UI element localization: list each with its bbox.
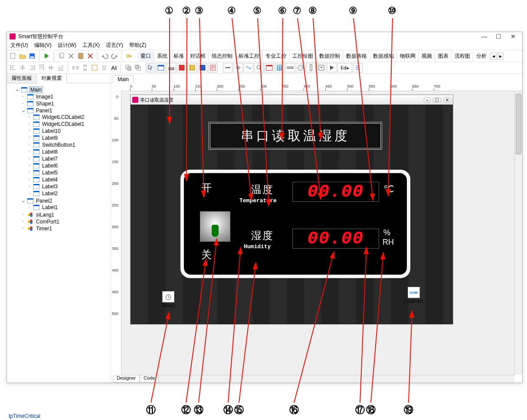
- window-close-button[interactable]: ✕: [507, 33, 520, 40]
- menu-item[interactable]: 帮助(Z): [129, 42, 146, 49]
- category-tab[interactable]: 物联网: [397, 52, 419, 61]
- tree-item[interactable]: Label10: [41, 128, 62, 134]
- align-bottom-icon[interactable]: [56, 63, 65, 72]
- align-right-icon[interactable]: [28, 63, 36, 72]
- tree-item[interactable]: Label6: [41, 163, 59, 169]
- category-tab[interactable]: 组态控制: [209, 52, 236, 61]
- align-middle-icon[interactable]: [47, 63, 56, 72]
- category-tab[interactable]: 数据控制: [317, 52, 343, 61]
- category-tab[interactable]: 标准工控: [236, 52, 262, 61]
- save-icon[interactable]: [28, 52, 36, 60]
- tray-timer[interactable]: Timer1: [162, 291, 175, 308]
- palette-window-icon[interactable]: [156, 63, 166, 72]
- tree-item[interactable]: Label5: [41, 170, 59, 176]
- text-tool-icon[interactable]: AI: [109, 63, 118, 72]
- menu-item[interactable]: 设计(W): [58, 42, 76, 49]
- palette-v-ruler-icon[interactable]: [306, 63, 316, 72]
- palette-edit-icon[interactable]: Edi▸: [337, 63, 352, 72]
- tab-scroll-left[interactable]: ◄: [491, 52, 497, 60]
- palette-tray-icon[interactable]: [167, 63, 176, 72]
- category-tab[interactable]: 专业工控: [263, 52, 289, 61]
- tree-item[interactable]: Label7: [41, 156, 59, 162]
- tree-item[interactable]: WidgetLCDLabel1: [41, 121, 85, 127]
- palette-splitbar-icon[interactable]: [223, 63, 232, 72]
- category-tab[interactable]: 数据感知: [370, 52, 397, 61]
- category-tab[interactable]: 标准: [171, 52, 187, 61]
- palette-note-icon[interactable]: [208, 63, 218, 72]
- bring-front-icon[interactable]: [124, 63, 133, 72]
- copy-icon[interactable]: [57, 52, 66, 60]
- tree-item[interactable]: WidgetLCDLabel2: [41, 114, 85, 120]
- menu-item[interactable]: 工具(X): [82, 42, 100, 49]
- palette-panel-red-icon[interactable]: [177, 63, 187, 72]
- tree-item[interactable]: Image1: [35, 94, 54, 100]
- menu-item[interactable]: 文件(U): [10, 42, 28, 49]
- palette-link-icon[interactable]: [244, 63, 253, 72]
- tree-item[interactable]: ComPort1: [35, 219, 60, 225]
- dist-v-icon[interactable]: [81, 63, 89, 72]
- readings-panel[interactable]: 开 关 温度 Temperature 00.00 ℃ 湿度 Humidity 0…: [180, 170, 410, 278]
- group-icon[interactable]: [90, 63, 99, 72]
- tree-item[interactable]: Label8: [41, 149, 59, 155]
- tree-item[interactable]: Panel1: [35, 108, 53, 114]
- dist-h-icon[interactable]: [71, 63, 80, 72]
- palette-form-icon[interactable]: [265, 63, 274, 72]
- category-tab[interactable]: 图表: [435, 52, 452, 61]
- palette-play-icon[interactable]: [327, 63, 337, 72]
- form-tab-main[interactable]: Main: [113, 75, 134, 83]
- palette-zoom-icon[interactable]: [254, 63, 264, 72]
- palette-list-icon[interactable]: [353, 63, 363, 72]
- category-tab[interactable]: 视频: [419, 52, 435, 61]
- category-tab[interactable]: 系统: [154, 52, 170, 61]
- form-max-icon[interactable]: ☐: [433, 97, 441, 103]
- tree-item[interactable]: Label3: [41, 184, 59, 190]
- canvas-scrollbar-h[interactable]: [121, 375, 514, 383]
- palette-slider-icon[interactable]: [233, 63, 243, 72]
- tab-objects[interactable]: 对象视窗: [37, 74, 67, 83]
- paste-icon[interactable]: [76, 52, 85, 60]
- open-file-icon[interactable]: [18, 52, 27, 60]
- form-min-icon[interactable]: –: [424, 97, 431, 103]
- design-canvas[interactable]: 串口读取温湿度 – ☐ ✕ 串口读取温湿度: [121, 91, 514, 375]
- tab-code[interactable]: Code: [140, 375, 159, 383]
- category-tab[interactable]: 对话框: [187, 52, 209, 61]
- tree-item[interactable]: Panel2: [35, 198, 53, 204]
- tree-root[interactable]: Main: [29, 86, 43, 93]
- send-back-icon[interactable]: [134, 63, 142, 72]
- category-tab[interactable]: 窗口: [138, 52, 154, 61]
- key-icon[interactable]: [125, 52, 134, 60]
- palette-panel-yellow-icon[interactable]: [187, 63, 197, 72]
- align-center-icon[interactable]: [18, 63, 27, 72]
- switch-button[interactable]: [200, 211, 230, 242]
- canvas-scrollbar-v[interactable]: [514, 91, 522, 375]
- new-file-icon[interactable]: [9, 52, 17, 60]
- tree-item[interactable]: Label4: [41, 177, 59, 183]
- tree-item[interactable]: siLang1: [35, 212, 55, 218]
- tree-item[interactable]: Timer1: [35, 226, 53, 232]
- window-maximize-button[interactable]: ☐: [492, 33, 505, 40]
- tab-order-icon[interactable]: [100, 63, 108, 72]
- palette-panel-blue-icon[interactable]: [198, 63, 207, 72]
- category-tab[interactable]: 分析: [474, 52, 490, 61]
- lcd-temperature[interactable]: 00.00: [292, 182, 379, 202]
- category-tab[interactable]: 工控绘图: [290, 52, 316, 61]
- object-tree[interactable]: ⌄Main·Image1·Shape1⌄Panel1·WidgetLCDLabe…: [7, 83, 111, 383]
- category-tab[interactable]: 流程图: [452, 52, 473, 61]
- tree-item[interactable]: Label2: [41, 190, 59, 197]
- undo-icon[interactable]: [101, 52, 109, 60]
- align-left-icon[interactable]: [9, 63, 17, 72]
- menu-item[interactable]: 编辑(V): [34, 42, 52, 49]
- pointer-tool-icon[interactable]: [146, 63, 155, 72]
- palette-ruler-icon[interactable]: [285, 63, 295, 72]
- tab-properties[interactable]: 属性面板: [7, 74, 37, 83]
- palette-scroll-icon[interactable]: [317, 63, 326, 72]
- align-top-icon[interactable]: [37, 63, 46, 72]
- category-tab[interactable]: 数据表格: [344, 52, 370, 61]
- tree-item[interactable]: Label9: [41, 135, 59, 141]
- tree-item[interactable]: SwitchButton1: [41, 142, 76, 148]
- run-icon[interactable]: [43, 52, 51, 60]
- menu-item[interactable]: 语言(Y): [106, 42, 123, 49]
- design-form[interactable]: 串口读取温湿度 – ☐ ✕ 串口读取温湿度: [130, 95, 453, 325]
- cut-icon[interactable]: [67, 52, 75, 60]
- tree-item[interactable]: Shape1: [35, 101, 55, 107]
